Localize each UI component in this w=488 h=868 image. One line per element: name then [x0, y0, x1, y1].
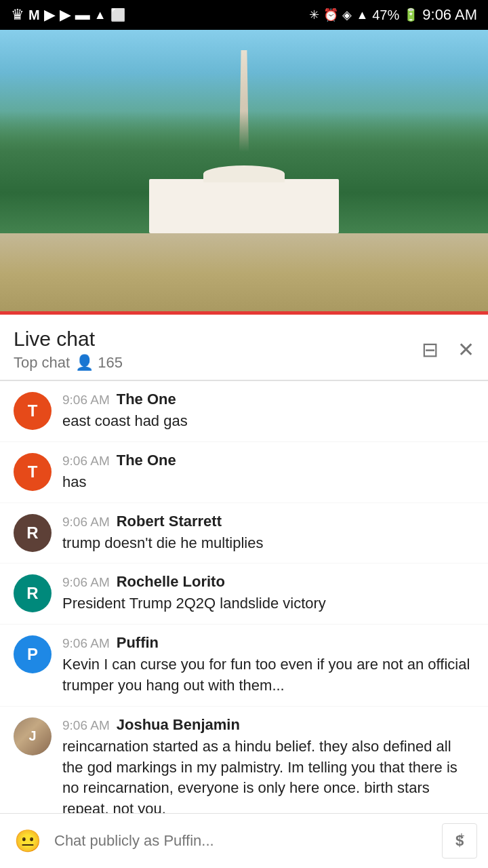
- message-author: Puffin: [117, 634, 159, 652]
- message-author: The One: [117, 452, 176, 469]
- message-author: The One: [117, 391, 176, 408]
- chat-header-info: Live chat Top chat 👤 165: [14, 327, 123, 372]
- person-icon: 👤: [75, 354, 94, 372]
- chat-sub-row: Top chat 👤 165: [14, 354, 123, 372]
- message-text: Kevin I can curse you for fun too even i…: [62, 654, 474, 696]
- message-text: President Trump 2Q2Q landslide victory: [62, 593, 474, 614]
- status-icons-right: ✳ ⏰ ◈ ▲ 47% 🔋 9:06 AM: [309, 6, 477, 24]
- signal-icon: ▲: [356, 8, 368, 22]
- bluetooth-icon: ✳: [309, 7, 319, 22]
- viewer-number: 165: [98, 354, 123, 372]
- close-icon[interactable]: ✕: [458, 338, 474, 361]
- message-author: Joshua Benjamin: [117, 716, 240, 734]
- message-content: 9:06 AM Robert Starrett trump doesn't di…: [62, 513, 474, 554]
- message-content: 9:06 AM Joshua Benjamin reincarnation st…: [62, 716, 474, 820]
- message-text: has: [62, 472, 474, 493]
- avatar: R: [14, 574, 52, 612]
- message-time: 9:06 AM: [62, 454, 110, 469]
- superchat-button[interactable]: $ +: [442, 823, 477, 859]
- yt2-icon: ▶: [60, 6, 71, 24]
- video-progress-bar: [0, 311, 488, 315]
- battery-percent: 47%: [372, 7, 399, 23]
- ground-layer: [0, 233, 488, 315]
- message-content: 9:06 AM Rochelle Lorito President Trump …: [62, 573, 474, 614]
- message-content: 9:06 AM Puffin Kevin I can curse you for…: [62, 634, 474, 696]
- message-text: east coast had gas: [62, 411, 474, 432]
- white-house: [149, 179, 339, 233]
- avatar: T: [14, 453, 52, 491]
- message-meta: 9:06 AM Puffin: [62, 634, 474, 652]
- avatar: T: [14, 392, 52, 430]
- viewer-count: 👤 165: [75, 354, 123, 372]
- message-meta: 9:06 AM Robert Starrett: [62, 513, 474, 530]
- battery-icon: 🔋: [403, 7, 418, 22]
- chat-input[interactable]: [54, 832, 432, 850]
- folder-icon: ▬: [75, 6, 90, 24]
- message-time: 9:06 AM: [62, 393, 110, 408]
- yt-icon: ▶: [44, 6, 56, 24]
- message-meta: 9:06 AM The One: [62, 452, 474, 469]
- alarm-icon: ⏰: [323, 7, 338, 22]
- emoji-icon: 😐: [14, 828, 41, 854]
- avatar: R: [14, 514, 52, 552]
- status-bar: ♛ M ▶ ▶ ▬ ▲ ⬜ ✳ ⏰ ◈ ▲ 47% 🔋 9:06 AM: [0, 0, 488, 30]
- live-chat-title: Live chat: [14, 327, 123, 351]
- message-author: Robert Starrett: [117, 513, 222, 530]
- live-chat-header: Live chat Top chat 👤 165 ⊟ ✕: [0, 315, 488, 380]
- avatar: P: [14, 635, 52, 673]
- superchat-plus: +: [458, 830, 464, 842]
- image-icon: ⬜: [110, 7, 125, 22]
- avatar-photo-inner: J: [14, 717, 52, 755]
- message-meta: 9:06 AM The One: [62, 391, 474, 408]
- emoji-button[interactable]: 😐: [11, 824, 45, 858]
- status-icons-left: ♛ M ▶ ▶ ▬ ▲ ⬜: [11, 6, 125, 24]
- messages-list: T 9:06 AM The One east coast had gas T 9…: [0, 381, 488, 868]
- message-text: reincarnation started as a hindu belief.…: [62, 736, 474, 820]
- list-item: T 9:06 AM The One has: [0, 442, 488, 503]
- message-time: 9:06 AM: [62, 718, 110, 733]
- message-text: trump doesn't die he multiplies: [62, 533, 474, 554]
- list-item: P 9:06 AM Puffin Kevin I can curse you f…: [0, 625, 488, 707]
- chat-header-actions[interactable]: ⊟ ✕: [422, 338, 474, 361]
- list-item: T 9:06 AM The One east coast had gas: [0, 381, 488, 442]
- list-item: R 9:06 AM Rochelle Lorito President Trum…: [0, 564, 488, 625]
- video-player[interactable]: [0, 30, 488, 315]
- alert-icon: ▲: [94, 8, 106, 22]
- chat-input-bar: 😐 $ +: [0, 813, 488, 868]
- message-meta: 9:06 AM Rochelle Lorito: [62, 573, 474, 591]
- message-time: 9:06 AM: [62, 515, 110, 530]
- message-author: Rochelle Lorito: [117, 573, 225, 591]
- wifi-icon: ◈: [342, 7, 352, 22]
- message-time: 9:06 AM: [62, 575, 110, 590]
- top-chat-label: Top chat: [14, 354, 70, 372]
- message-meta: 9:06 AM Joshua Benjamin: [62, 716, 474, 734]
- message-time: 9:06 AM: [62, 636, 110, 651]
- list-item: R 9:06 AM Robert Starrett trump doesn't …: [0, 503, 488, 564]
- time-display: 9:06 AM: [422, 6, 477, 24]
- message-content: 9:06 AM The One east coast had gas: [62, 391, 474, 432]
- filter-icon[interactable]: ⊟: [422, 338, 439, 361]
- crown-icon: ♛: [11, 6, 24, 24]
- avatar: J: [14, 717, 52, 755]
- message-content: 9:06 AM The One has: [62, 452, 474, 493]
- m-icon: M: [28, 7, 40, 23]
